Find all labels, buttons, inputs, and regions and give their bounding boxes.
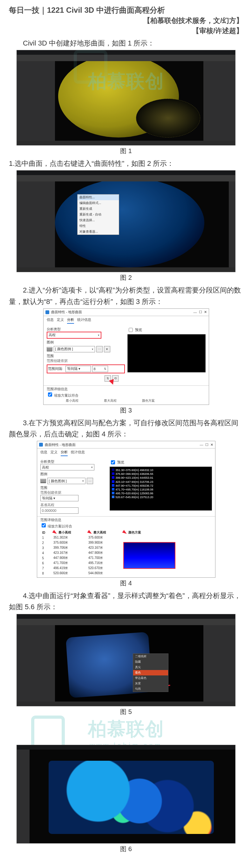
analysis-type-combo[interactable]: 高程▾: [47, 332, 101, 339]
figure-3-caption: 图 3: [9, 406, 243, 415]
figure-6-screenshot: [16, 745, 236, 843]
th-min: 最小高程: [59, 530, 71, 535]
window-toolbar: [17, 55, 235, 61]
tab-stats[interactable]: 统计信息: [77, 317, 91, 324]
viewport: 二维线框 隐藏 真实 着色 带边着色 灰度 勾画: [55, 625, 203, 702]
figure-5-caption: 图 5: [9, 708, 243, 716]
menu-item[interactable]: 灰度: [133, 681, 168, 686]
col-max-elev: 最大高程: [104, 399, 117, 403]
fit-scheme-checkbox[interactable]: [48, 393, 52, 397]
range-count-label: 范围间隔:: [48, 366, 63, 371]
tab-info[interactable]: 信息: [47, 317, 54, 324]
context-menu-item[interactable]: 重新生成: [77, 206, 119, 212]
figure-6-caption: 图 6: [9, 845, 243, 854]
legend-style-button[interactable]: ▾: [104, 346, 110, 352]
menu-item[interactable]: 真实: [133, 664, 168, 670]
tab-stats[interactable]: 统计信息: [71, 450, 85, 456]
create-by-combo[interactable]: 等间隔 ▾: [66, 366, 91, 372]
color-scheme-swatch[interactable]: [123, 542, 175, 569]
display-style-menu: 二维线框 隐藏 真实 着色 带边着色 灰度 勾画: [133, 653, 169, 692]
menu-item[interactable]: 带边着色: [133, 676, 168, 681]
figure-2-caption: 图 2: [9, 273, 243, 282]
window-max-button[interactable]: ☐: [205, 443, 209, 447]
table-row[interactable]: 1351.302米375.600米: [40, 535, 212, 540]
range-table: ID 最小高程 最大高程 颜色方案 1351.302米375.600米 2375…: [40, 530, 212, 576]
preview-line: 375.60~399.90(m) 438206.55: [112, 472, 210, 476]
preview-line: 351.30~375.60(m) 496332.10: [112, 468, 210, 472]
context-menu-item[interactable]: 重新生成 - 自动: [77, 212, 119, 217]
range-label: 范围: [40, 486, 107, 490]
analysis-type-label: 分析类型: [47, 327, 125, 332]
left-toolbar: [17, 750, 30, 843]
spinner-icon: ⇅: [104, 367, 106, 371]
tab-analysis[interactable]: 分析: [61, 450, 68, 456]
terrain-elevation-surface: [49, 761, 214, 834]
tab-def[interactable]: 定义: [50, 450, 58, 456]
fit-scheme-checkbox[interactable]: [42, 523, 46, 527]
right-panel: [229, 181, 235, 267]
chevron-down-icon: ▾: [91, 466, 93, 469]
preview-pane: [128, 334, 206, 372]
legend-label: 图例: [40, 472, 107, 476]
legend-edit-button[interactable]: ⋯: [96, 346, 103, 352]
legend-combo[interactable]: [ 颜色图例 ]▾: [54, 346, 95, 352]
range-detail-label: 范围详细信息: [40, 518, 61, 522]
watermark-logo: [31, 716, 65, 749]
th-id: ID: [40, 530, 52, 535]
legend-combo[interactable]: [ 颜色图例 ]▾: [47, 478, 85, 484]
window-titlebar: [17, 170, 235, 175]
menu-item[interactable]: 隐藏: [133, 659, 168, 664]
preview-checkbox[interactable]: [111, 460, 115, 464]
preview-line: 520.67~545.80(m) 157513.20: [112, 495, 210, 499]
context-menu-item[interactable]: 对象查看器...: [77, 229, 119, 235]
range-count-input[interactable]: 8⇅: [92, 366, 108, 372]
context-menu: 曲面特性... 编辑曲面样式... 重新生成 重新生成 - 自动 快速选择...…: [77, 194, 119, 235]
menu-item[interactable]: 着色: [133, 670, 168, 676]
context-menu-item[interactable]: 曲面特性...: [77, 194, 119, 200]
preview-label: 预览: [117, 460, 124, 465]
legend-edit-button[interactable]: ⋯: [87, 478, 93, 484]
col-min-elev: 最小高程: [66, 399, 78, 403]
intro-paragraph: Civil 3D 中创建好地形曲面，如图 1 所示：: [9, 37, 243, 49]
baseline-input[interactable]: 0.000000: [40, 507, 78, 514]
create-by-label: 范围创建依据: [47, 359, 125, 363]
left-panel: [17, 625, 55, 702]
range-detail-label: 范围详细信息: [47, 387, 68, 391]
preview-line: 399.90~423.10(m) 444553.91: [112, 476, 210, 480]
th-color: 颜色方案: [129, 530, 141, 535]
callout-arrow-icon: [109, 379, 115, 385]
legend-swatch: [40, 479, 46, 483]
window-min-button[interactable]: —: [193, 310, 197, 314]
window-close-button[interactable]: ✕: [204, 310, 207, 314]
terrain-cutout: [136, 99, 200, 137]
figure-4-caption: 图 4: [9, 579, 243, 588]
dialog-title: 曲面特性 - 地形曲面: [51, 310, 82, 314]
window-min-button[interactable]: —: [200, 443, 203, 446]
chevron-down-icon: ▾: [82, 479, 84, 483]
menu-item[interactable]: 二维线框: [133, 654, 168, 659]
baseline-label: 基准高程: [40, 503, 107, 507]
preview-checkbox[interactable]: [129, 328, 133, 332]
menu-item[interactable]: 勾画: [133, 686, 168, 692]
figure-1-screenshot: [16, 50, 236, 146]
step-4-paragraph: 4.选中曲面运行“对象查看器”，显示样式调整为“着色”，高程分析显示，如图 5.…: [9, 590, 243, 612]
tab-def[interactable]: 定义: [57, 317, 64, 324]
tab-info[interactable]: 信息: [40, 450, 47, 456]
left-panel: [17, 61, 55, 141]
window-close-button[interactable]: ✕: [210, 443, 213, 447]
chevron-down-icon: ▾: [98, 334, 100, 337]
create-by-combo[interactable]: 等间隔 ▾: [40, 495, 78, 501]
left-panel: [17, 181, 55, 267]
figure-2-screenshot: 曲面特性... 编辑曲面样式... 重新生成 重新生成 - 自动 快速选择...…: [16, 170, 236, 272]
col-color: 颜色方案: [142, 399, 155, 403]
window-max-button[interactable]: ☐: [199, 310, 202, 314]
app-icon: [39, 443, 43, 446]
article-title: 每日一技｜1221 Civil 3D 中进行曲面高程分析: [9, 5, 243, 15]
analysis-type-combo[interactable]: 高程▾: [40, 464, 95, 470]
range-label: 范围: [47, 353, 125, 359]
tab-analysis[interactable]: 分析: [67, 317, 74, 324]
context-menu-item[interactable]: 快速选择...: [77, 217, 119, 223]
context-menu-item[interactable]: 编辑曲面样式...: [77, 200, 119, 206]
dialog-title: 曲面特性 - 地形曲面: [45, 442, 76, 447]
context-menu-item[interactable]: 特性: [77, 223, 119, 229]
